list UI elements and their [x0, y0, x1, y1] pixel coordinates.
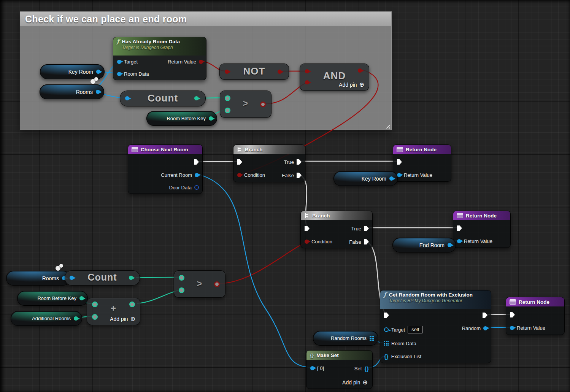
exec-output-pin[interactable]: [194, 159, 199, 165]
variable-rooms[interactable]: Rooms: [40, 84, 104, 99]
variable-room-before-key-2[interactable]: Room Before Key: [17, 291, 88, 306]
pin-label: Current Room: [161, 172, 192, 178]
exec-input-pin[interactable]: [510, 312, 515, 317]
variable-rooms-2[interactable]: Rooms: [6, 271, 70, 286]
current-room-pin[interactable]: [195, 173, 199, 177]
node-add[interactable]: + Add pin ⊕: [87, 298, 140, 325]
exec-input-pin[interactable]: [384, 313, 389, 318]
pin-label: Return Value: [168, 59, 196, 65]
variable-end-room[interactable]: End Room: [392, 238, 456, 252]
node-count-2[interactable]: Count: [65, 270, 140, 286]
array-pin-icon[interactable]: [384, 341, 389, 346]
node-return-3[interactable]: Return Node Return Value: [506, 297, 565, 335]
comment-title[interactable]: Check if we can place an end room: [20, 12, 391, 26]
door-data-pin[interactable]: [194, 185, 199, 190]
count-output-pin[interactable]: [194, 96, 198, 100]
variable-label: Random Rooms: [331, 335, 367, 341]
node-choose-next-room[interactable]: Choose Next Room Current Room Door Data: [128, 144, 203, 194]
self-value-box[interactable]: self: [408, 326, 423, 333]
key-room-output-pin[interactable]: [389, 176, 394, 181]
greater-input-a-pin[interactable]: [225, 95, 230, 101]
greater-input-b-pin[interactable]: [225, 108, 230, 113]
room-data-pin[interactable]: [117, 72, 121, 76]
make-set-add-pin[interactable]: Add pin ⊕: [342, 379, 368, 386]
variable-additional-rooms[interactable]: Additional Rooms: [11, 311, 82, 326]
blueprint-graph-canvas[interactable]: Check if we can place an end room: [0, 0, 570, 392]
return-value-pin[interactable]: [397, 173, 401, 177]
set-output-pin[interactable]: {}: [364, 366, 369, 371]
true-exec-pin[interactable]: [297, 159, 302, 165]
node-make-set[interactable]: {} Make Set [ 0] {} Set Add pin ⊕: [306, 350, 373, 389]
node-return-2[interactable]: Return Node Return Value: [453, 211, 511, 248]
greater-input-b-pin[interactable]: [179, 287, 184, 293]
pin-label: False: [282, 173, 294, 178]
add-pin-icon: ⊕: [130, 316, 135, 322]
return-value-pin[interactable]: [457, 239, 461, 243]
pin-label: Condition: [311, 239, 332, 244]
true-exec-pin[interactable]: [364, 226, 369, 231]
not-output-pin[interactable]: [278, 70, 282, 74]
and-input-b-pin[interactable]: [305, 80, 309, 84]
count-input-pin[interactable]: [70, 276, 74, 280]
node-title: Branch: [312, 213, 330, 219]
add-input-a-pin[interactable]: [92, 302, 98, 307]
array-pin-icon[interactable]: [370, 336, 374, 341]
and-add-pin[interactable]: Add pin ⊕: [339, 82, 364, 88]
variable-random-rooms[interactable]: Random Rooms: [313, 331, 378, 346]
return-value-pin[interactable]: [199, 60, 203, 64]
node-title: Choose Next Room: [141, 147, 188, 152]
variable-key-room[interactable]: Key Room: [40, 64, 105, 79]
condition-pin[interactable]: [305, 240, 309, 244]
room-before-key-output-pin[interactable]: [209, 116, 213, 121]
room-before-key-output-pin[interactable]: [79, 296, 84, 300]
count-input-pin[interactable]: [125, 96, 129, 100]
add-output-pin[interactable]: [129, 302, 135, 307]
node-greater-2[interactable]: >: [174, 270, 225, 298]
additional-rooms-output-pin[interactable]: [74, 316, 78, 321]
end-room-output-pin[interactable]: [448, 243, 452, 247]
return-node-icon: [397, 147, 403, 152]
node-title: Return Node: [519, 299, 549, 305]
exec-input-pin[interactable]: [237, 159, 242, 165]
false-exec-pin[interactable]: [364, 239, 369, 244]
variable-room-before-key[interactable]: Room Before Key: [146, 111, 217, 126]
add-input-b-pin[interactable]: [92, 314, 98, 320]
greater-input-a-pin[interactable]: [179, 275, 184, 281]
add-add-pin[interactable]: Add pin ⊕: [110, 316, 135, 322]
greater-output-pin[interactable]: [214, 281, 220, 287]
collapsed-graph-icon: [132, 147, 138, 152]
function-icon: ƒ: [384, 292, 386, 298]
variable-label: Rooms: [42, 275, 59, 281]
exec-output-pin[interactable]: [483, 313, 487, 318]
node-branch-2[interactable]: Branch Condition True False: [300, 211, 373, 248]
exec-input-pin[interactable]: [397, 159, 402, 165]
node-and[interactable]: AND Add pin ⊕: [300, 63, 369, 91]
node-return-1[interactable]: Return Node Return Value: [393, 144, 451, 182]
exec-input-pin[interactable]: [457, 225, 462, 231]
node-not[interactable]: NOT: [219, 63, 289, 80]
node-greater-1[interactable]: >: [220, 90, 272, 118]
not-input-pin[interactable]: [225, 70, 229, 74]
count-output-pin[interactable]: [129, 276, 133, 280]
greater-output-pin[interactable]: [260, 102, 266, 107]
return-value-pin[interactable]: [510, 326, 514, 330]
target-pin[interactable]: [117, 60, 121, 64]
comment-resize-handle[interactable]: [384, 123, 390, 129]
condition-pin[interactable]: [237, 173, 241, 177]
rooms-output-pin[interactable]: [96, 90, 100, 94]
set-item-0-pin[interactable]: [310, 366, 314, 370]
exec-input-pin[interactable]: [305, 226, 310, 231]
and-input-a-pin[interactable]: [305, 69, 309, 73]
variable-key-room-2[interactable]: Key Room: [333, 171, 398, 186]
node-has-already-room-data[interactable]: ƒ Has Already Room Data Target is Dungeo…: [113, 37, 206, 80]
false-exec-pin[interactable]: [297, 173, 302, 178]
wire-add-to-greater2: [137, 290, 179, 303]
node-branch-1[interactable]: Branch Condition True False: [233, 144, 305, 182]
random-output-pin[interactable]: [483, 326, 487, 330]
key-room-output-pin[interactable]: [96, 70, 100, 74]
node-get-random-room-with-exclusion[interactable]: ƒ Get Random Room with Exclusion Target …: [380, 290, 491, 363]
target-self-pin[interactable]: [384, 327, 389, 332]
node-count-1[interactable]: Count: [120, 90, 206, 106]
set-pin-icon[interactable]: {}: [384, 354, 389, 359]
and-output-pin[interactable]: [358, 68, 362, 73]
